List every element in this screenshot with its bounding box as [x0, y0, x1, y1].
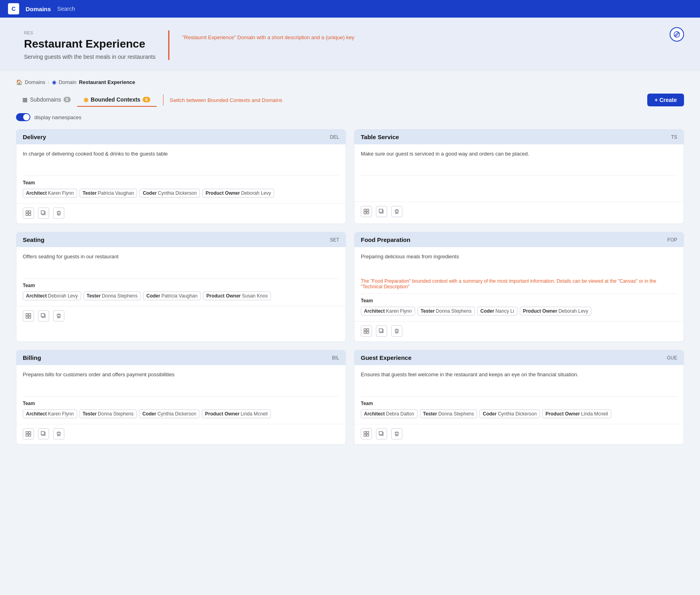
breadcrumb-current: Restaurant Experience	[79, 79, 135, 85]
breadcrumb-domains[interactable]: Domains	[25, 79, 45, 85]
card-key: BIL	[332, 355, 339, 361]
card-seating: Seating SET Offers seating for guests in…	[16, 232, 346, 342]
breadcrumb: 🏠 Domains › ◉ Domain Restaurant Experien…	[16, 79, 684, 85]
card-body-table-service: Make sure our guest is serviced in a goo…	[354, 144, 684, 202]
svg-rect-1	[26, 211, 28, 213]
card-key: TS	[671, 134, 677, 140]
card-key: DEL	[330, 134, 339, 140]
bc-icon: ◉	[84, 96, 88, 103]
member-chip: Coder Cynthia Dickerson	[139, 409, 199, 418]
card-body-guest-experience: Ensures that guests feel welcome in the …	[354, 365, 684, 424]
tabs-row: ▦ Subdomains 0 ◉ Bounded Contexts 6 Swit…	[16, 93, 684, 107]
copy-icon[interactable]	[376, 428, 387, 439]
subdomains-count: 0	[64, 97, 71, 102]
toggle-label: display namespaces	[34, 114, 82, 120]
delete-icon[interactable]	[391, 206, 402, 217]
svg-rect-22	[367, 331, 369, 333]
card-hint: The "Food Preparation" bounded context w…	[361, 278, 677, 290]
member-chip: Tester Donna Stephens	[418, 307, 475, 315]
card-title: Guest Experience	[361, 354, 412, 361]
delete-icon[interactable]	[53, 428, 64, 439]
svg-rect-6	[41, 211, 44, 214]
hero-hint: "Restaurnt Experience" Domain with a sho…	[182, 30, 354, 40]
member-chip: Architect Deborah Levy	[23, 292, 81, 300]
hero-divider	[168, 30, 169, 60]
card-title: Billing	[23, 354, 41, 361]
svg-rect-12	[379, 209, 382, 212]
copy-icon[interactable]	[376, 206, 387, 217]
view-icon[interactable]	[23, 208, 34, 219]
svg-rect-8	[367, 209, 369, 211]
view-icon[interactable]	[361, 325, 372, 337]
nav-search[interactable]: Search	[57, 6, 75, 12]
card-table-service: Table Service TS Make sure our guest is …	[354, 129, 684, 224]
copy-icon[interactable]	[38, 208, 49, 219]
delete-icon[interactable]	[53, 310, 64, 321]
view-icon[interactable]	[23, 310, 34, 321]
delete-icon[interactable]	[53, 208, 64, 219]
delete-icon[interactable]	[391, 325, 402, 337]
card-header-food-preparation: Food Preparation FOP	[354, 232, 684, 247]
create-button[interactable]: + Create	[647, 94, 684, 106]
card-actions-billing	[16, 424, 346, 444]
breadcrumb-home-icon: 🏠	[16, 79, 22, 85]
svg-rect-27	[26, 434, 28, 436]
svg-rect-14	[29, 313, 31, 315]
svg-rect-2	[29, 211, 31, 213]
member-chip: Product Owner Deborah Levy	[520, 307, 592, 315]
card-header-delivery: Delivery DEL	[16, 130, 346, 144]
member-chip: Coder Cynthia Dickerson	[139, 189, 200, 198]
card-body-billing: Prepares bills for customers order and o…	[16, 365, 346, 424]
card-actions-seating	[16, 306, 346, 326]
namespaces-toggle[interactable]	[16, 113, 30, 121]
svg-rect-30	[41, 431, 44, 435]
tab-subdomains[interactable]: ▦ Subdomains 0	[16, 93, 77, 107]
svg-rect-34	[367, 434, 369, 436]
svg-rect-19	[364, 329, 366, 331]
svg-rect-15	[26, 316, 28, 318]
card-guest-experience: Guest Experience GUE Ensures that guests…	[354, 350, 684, 445]
card-delivery: Delivery DEL In charge of delivering coo…	[16, 129, 346, 224]
team-label: Team	[23, 283, 339, 288]
svg-rect-32	[367, 431, 369, 433]
member-chip: Coder Nancy Li	[477, 307, 517, 315]
breadcrumb-domain-label: Domain	[59, 79, 77, 85]
card-key: GUE	[667, 355, 677, 361]
card-key: SET	[330, 237, 339, 243]
copy-icon[interactable]	[38, 428, 49, 439]
tab-bounded-contexts[interactable]: ◉ Bounded Contexts 6	[77, 93, 157, 107]
member-chip: Coder Patricia Vaughan	[143, 292, 201, 300]
subdomain-icon: ▦	[22, 96, 28, 103]
card-header-billing: Billing BIL	[16, 350, 346, 365]
svg-rect-7	[364, 209, 366, 211]
subdomains-label: Subdomains	[30, 96, 61, 103]
copy-icon[interactable]	[38, 310, 49, 321]
member-chip: Product Owner Linda Mcneil	[542, 409, 611, 418]
domain-description: Serving guests with the best meals in ou…	[24, 54, 155, 60]
card-title: Seating	[23, 236, 44, 243]
delete-icon[interactable]	[391, 428, 402, 439]
card-title: Table Service	[361, 134, 399, 140]
edit-button[interactable]	[670, 27, 684, 42]
svg-rect-16	[29, 316, 31, 318]
main-content: 🏠 Domains › ◉ Domain Restaurant Experien…	[0, 71, 700, 461]
toggle-knob	[23, 114, 30, 120]
copy-icon[interactable]	[376, 325, 387, 337]
svg-rect-4	[29, 214, 31, 216]
card-desc: Make sure our guest is serviced in a goo…	[361, 150, 677, 172]
member-chip: Tester Donna Stephens	[80, 409, 137, 418]
bc-count: 6	[143, 97, 150, 102]
app-logo: C	[8, 3, 19, 14]
view-icon[interactable]	[361, 206, 372, 217]
member-chip: Product Owner Linda Mcneil	[202, 409, 270, 418]
svg-rect-33	[364, 434, 366, 436]
view-icon[interactable]	[23, 428, 34, 439]
card-title: Food Preparation	[361, 236, 410, 243]
svg-rect-26	[29, 431, 31, 433]
member-chip: Product Owner Deborah Levy	[202, 189, 274, 198]
card-desc: Offers seating for guests in our restaur…	[23, 253, 339, 274]
team-members: Architect Karen Flynn Tester Donna Steph…	[361, 307, 677, 315]
card-desc: In charge of delivering cooked food & dr…	[23, 150, 339, 172]
team-label: Team	[23, 180, 339, 186]
view-icon[interactable]	[361, 428, 372, 439]
